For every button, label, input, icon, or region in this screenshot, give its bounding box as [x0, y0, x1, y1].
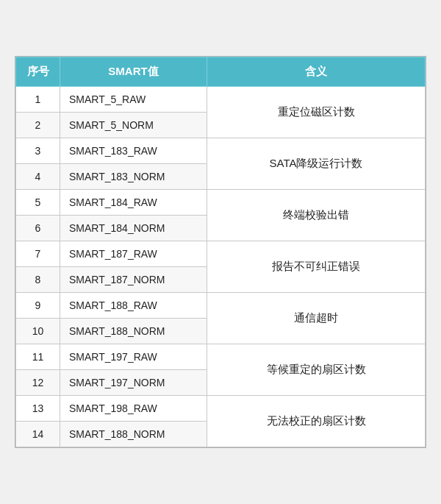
cell-meaning: SATA降级运行计数 [207, 138, 426, 190]
cell-meaning: 报告不可纠正错误 [207, 241, 426, 293]
cell-num: 7 [16, 241, 60, 267]
cell-meaning: 等候重定的扇区计数 [207, 344, 426, 396]
cell-num: 6 [16, 216, 60, 241]
cell-num: 11 [16, 344, 60, 370]
cell-meaning: 终端校验出错 [207, 190, 426, 241]
header-meaning: 含义 [207, 57, 426, 87]
cell-smart: SMART_183_RAW [60, 138, 207, 164]
cell-num: 10 [16, 319, 60, 344]
cell-num: 9 [16, 293, 60, 319]
cell-smart: SMART_188_NORM [60, 422, 207, 447]
cell-smart: SMART_188_RAW [60, 293, 207, 319]
cell-smart: SMART_184_NORM [60, 216, 207, 241]
main-table-wrapper: 序号 SMART值 含义 1SMART_5_RAW重定位磁区计数2SMART_5… [15, 56, 426, 448]
table-row: 1SMART_5_RAW重定位磁区计数 [16, 87, 426, 113]
cell-num: 2 [16, 113, 60, 138]
header-num: 序号 [16, 57, 60, 87]
cell-num: 8 [16, 267, 60, 293]
table-row: 3SMART_183_RAWSATA降级运行计数 [16, 138, 426, 164]
cell-num: 4 [16, 164, 60, 190]
cell-num: 5 [16, 190, 60, 216]
cell-meaning: 无法校正的扇区计数 [207, 396, 426, 447]
table-row: 11SMART_197_RAW等候重定的扇区计数 [16, 344, 426, 370]
cell-smart: SMART_5_RAW [60, 87, 207, 113]
cell-num: 3 [16, 138, 60, 164]
cell-smart: SMART_5_NORM [60, 113, 207, 138]
table-row: 13SMART_198_RAW无法校正的扇区计数 [16, 396, 426, 422]
header-smart: SMART值 [60, 57, 207, 87]
cell-num: 1 [16, 87, 60, 113]
table-header-row: 序号 SMART值 含义 [16, 57, 426, 87]
cell-smart: SMART_187_RAW [60, 241, 207, 267]
cell-smart: SMART_188_NORM [60, 319, 207, 344]
table-row: 9SMART_188_RAW通信超时 [16, 293, 426, 319]
cell-num: 13 [16, 396, 60, 422]
cell-smart: SMART_197_NORM [60, 370, 207, 396]
table-row: 7SMART_187_RAW报告不可纠正错误 [16, 241, 426, 267]
cell-smart: SMART_198_RAW [60, 396, 207, 422]
cell-meaning: 重定位磁区计数 [207, 87, 426, 138]
cell-smart: SMART_184_RAW [60, 190, 207, 216]
smart-table: 序号 SMART值 含义 1SMART_5_RAW重定位磁区计数2SMART_5… [15, 57, 426, 447]
cell-meaning: 通信超时 [207, 293, 426, 344]
cell-num: 14 [16, 422, 60, 447]
cell-smart: SMART_187_NORM [60, 267, 207, 293]
table-row: 5SMART_184_RAW终端校验出错 [16, 190, 426, 216]
cell-smart: SMART_183_NORM [60, 164, 207, 190]
cell-num: 12 [16, 370, 60, 396]
cell-smart: SMART_197_RAW [60, 344, 207, 370]
